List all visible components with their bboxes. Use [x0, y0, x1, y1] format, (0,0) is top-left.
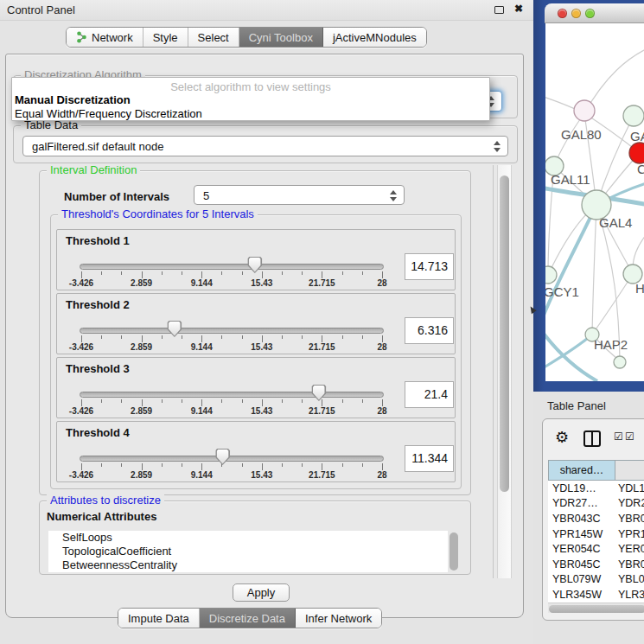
attribute-list-item[interactable]: SelfLoops	[48, 531, 448, 545]
threshold-label: Threshold 4	[66, 426, 130, 439]
slider-tick-label: -3.426	[69, 470, 93, 480]
table-cell[interactable]: YDL1	[615, 482, 644, 494]
table-cell[interactable]: YER054C	[548, 543, 615, 555]
table-cell[interactable]: YPR145W	[548, 528, 615, 540]
tab-style[interactable]: Style	[143, 28, 188, 47]
checkbox-checked-icon[interactable]: ☑	[614, 430, 623, 443]
table-data-combobox[interactable]: galFiltered.sif default node	[22, 136, 508, 156]
node-label-gal4: GAL4	[599, 215, 632, 230]
tab-infer-network[interactable]: Infer Network	[296, 609, 381, 628]
slider-tick-label: 15.43	[251, 342, 272, 352]
node-partial-top[interactable]	[623, 105, 644, 126]
threshold-label: Threshold 3	[66, 362, 130, 375]
tab-discretize-data[interactable]: Discretize Data	[200, 609, 296, 628]
tab-select[interactable]: Select	[188, 28, 239, 47]
table-row[interactable]: YDL19…YDL1	[548, 481, 644, 496]
table-cell[interactable]: YDR27…	[548, 497, 615, 509]
table-cell[interactable]: YBR0	[615, 558, 644, 571]
table-row[interactable]: YBR043CYBR0	[548, 511, 644, 526]
slider-thumb[interactable]	[215, 449, 230, 465]
node-gal80[interactable]	[574, 100, 595, 121]
bottom-tab-bar: Impute Data Discretize Data Infer Networ…	[118, 608, 382, 628]
threshold-value-field[interactable]: 14.713	[405, 253, 454, 280]
slider-thumb[interactable]	[167, 321, 182, 337]
table-horizontal-scrollbar-thumb[interactable]	[549, 605, 644, 613]
network-view-canvas[interactable]: GAL80 GA C GAL11 GAL4 GCY1 H HAP2	[545, 23, 644, 381]
table-cell[interactable]: YPR1	[615, 528, 644, 540]
tab-cyni-toolbox[interactable]: Cyni Toolbox	[239, 28, 323, 47]
threshold-4-panel: Threshold 4 -3.4262.8599.14415.4321.7152…	[56, 421, 456, 482]
stepper-up-icon	[390, 190, 397, 194]
table-rows[interactable]: YDL19…YDL1YDR27…YDR2YBR043CYBR0YPR145WYP…	[548, 481, 644, 603]
thresholds-group: Threshold's Coordinates for 5 Intervals …	[50, 214, 462, 489]
node-label-partial-h: H	[635, 281, 644, 296]
table-cell[interactable]: YLR3	[615, 589, 644, 601]
dropdown-option-manual[interactable]: Manual Discretization	[12, 93, 489, 107]
numerical-attributes-list[interactable]: SelfLoopsTopologicalCoefficientBetweenne…	[48, 531, 448, 572]
table-cell[interactable]: YBL079W	[548, 573, 615, 585]
table-cell[interactable]: YLR345W	[548, 589, 615, 601]
checkbox-checked-icon[interactable]: ☑	[625, 430, 634, 443]
table-row[interactable]: YER054CYER0	[548, 541, 644, 557]
network-window-titlebar[interactable]	[545, 3, 644, 23]
node-label-gcy1: GCY1	[545, 284, 579, 299]
columns-icon[interactable]	[583, 430, 601, 447]
slider-thumb[interactable]	[311, 385, 326, 401]
threshold-value-field[interactable]: 21.4	[405, 381, 454, 408]
threshold-value-field[interactable]: 11.344	[405, 445, 454, 472]
table-cell[interactable]: YBR043C	[548, 513, 615, 525]
dropdown-option-equal-width[interactable]: Equal Width/Frequency Discretization	[12, 107, 489, 121]
stepper-down-icon	[390, 197, 397, 201]
float-window-icon[interactable]	[494, 6, 504, 14]
table-cell[interactable]: YDL19…	[548, 482, 615, 494]
tab-network[interactable]: Network	[67, 28, 143, 47]
column-header-name[interactable]: n	[615, 460, 644, 481]
attribute-list-item[interactable]: BetweennessCentrality	[48, 558, 448, 572]
panel-scrollbar-thumb[interactable]	[500, 175, 509, 492]
node-gcy1[interactable]	[545, 266, 557, 284]
slider-tick-label: 2.859	[131, 406, 152, 416]
slider-tick-label: 21.715	[309, 406, 335, 416]
table-row[interactable]: YBL079WYBL0	[548, 572, 644, 588]
attribute-list-item[interactable]: TopologicalCoefficient	[48, 545, 448, 558]
table-panel-title: Table Panel	[547, 399, 606, 412]
threshold-value-field[interactable]: 6.316	[405, 317, 454, 344]
top-tab-bar: Network Style Select Cyni Toolbox jActiv…	[66, 27, 427, 48]
slider-thumb[interactable]	[247, 257, 262, 273]
slider-tick-label: 2.859	[131, 470, 152, 480]
slider-tick-labels: -3.4262.8599.14415.4321.71528	[81, 406, 382, 417]
slider-tick-label: -3.426	[69, 278, 93, 288]
gear-icon[interactable]: ⚙	[555, 428, 569, 447]
table-cell[interactable]: YER0	[615, 543, 644, 555]
algorithm-dropdown-popup: Select algorithm to view settings Manual…	[11, 77, 490, 121]
node-label-hap2: HAP2	[594, 337, 628, 352]
tab-impute-data[interactable]: Impute Data	[118, 609, 200, 628]
table-row[interactable]: YPR145WYPR1	[548, 526, 644, 542]
column-header-shared-name[interactable]: shared…	[548, 460, 615, 481]
panel-scrollbar[interactable]	[497, 165, 512, 578]
close-icon[interactable]: ✖	[514, 3, 523, 15]
node-partial-bottom[interactable]	[614, 356, 626, 368]
slider-tick-label: 28	[377, 342, 386, 352]
tab-jactivemnodules[interactable]: jActiveMNodules	[323, 28, 426, 47]
zoom-traffic-light[interactable]	[585, 9, 595, 18]
stepper-down-icon	[494, 148, 501, 152]
table-cell[interactable]: YBR0	[615, 513, 644, 525]
group-label: Threshold's Coordinates for 5 Intervals	[58, 207, 258, 220]
list-scrollbar[interactable]	[450, 532, 458, 571]
number-of-intervals-combobox[interactable]: 5	[194, 185, 405, 205]
table-cell[interactable]: YBL0	[615, 573, 644, 585]
slider-tick-labels: -3.4262.8599.14415.4321.71528	[81, 342, 382, 353]
table-row[interactable]: YDR27…YDR2	[548, 496, 644, 512]
table-row[interactable]: YLR345WYLR3	[548, 587, 644, 603]
table-cell[interactable]: YDR2	[615, 497, 644, 509]
close-traffic-light[interactable]	[558, 9, 567, 18]
apply-button[interactable]: Apply	[233, 583, 290, 602]
node-red-selected[interactable]	[629, 143, 644, 163]
table-row[interactable]: YBR045CYBR0	[548, 557, 644, 572]
minimize-traffic-light[interactable]	[571, 9, 581, 18]
slider-tick-label: 21.715	[309, 342, 335, 352]
table-horizontal-scrollbar[interactable]	[548, 603, 644, 613]
number-of-intervals-label: Number of Intervals	[64, 190, 169, 203]
table-cell[interactable]: YBR045C	[548, 558, 615, 571]
